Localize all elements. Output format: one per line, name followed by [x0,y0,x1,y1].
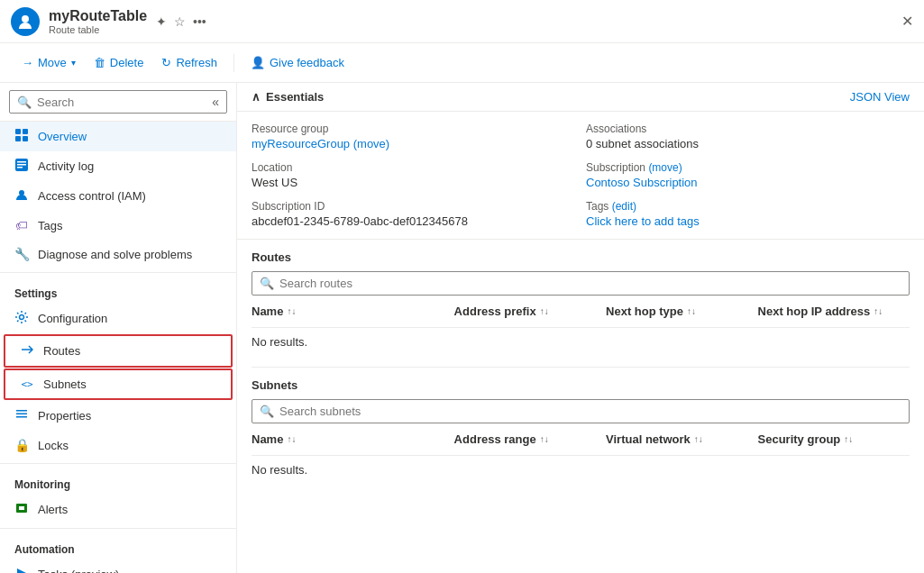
routes-search-icon: 🔍 [260,277,274,290]
sidebar: 🔍 « Overview Activity log [0,83,237,573]
subnets-search-input[interactable] [279,405,901,418]
subscription-link[interactable]: Contoso Subscription [586,176,910,189]
subnets-table: Name ↑↓ Address range ↑↓ Virtual network… [252,423,910,484]
locks-icon: 🔒 [14,438,29,452]
routes-search-input[interactable] [279,277,901,290]
resource-group-move: (move) [353,137,389,150]
routes-icon [20,343,34,359]
sort-icon-prefix[interactable]: ↑↓ [540,306,549,316]
svg-rect-2 [23,129,28,134]
give-feedback-button[interactable]: 👤 Give feedback [243,52,352,73]
delete-icon: 🗑 [94,56,105,69]
title-bar: myRouteTable Route table ✦ ☆ ••• ✕ [0,0,924,43]
routes-col-name: Name ↑↓ [252,301,454,322]
routes-table: Name ↑↓ Address prefix ↑↓ Next hop type … [252,296,910,356]
alerts-label: Alerts [38,503,68,516]
title-bar-text: myRouteTable Route table [49,8,147,35]
sidebar-item-access-control[interactable]: Access control (IAM) [0,181,236,211]
subnets-section: Subnets 🔍 Name ↑↓ Address range ↑↓ Vi [237,368,924,495]
tags-add-link[interactable]: Click here to add tags [586,214,910,228]
move-button[interactable]: → Move ▾ [14,52,83,73]
subnets-no-results: No results. [252,456,910,484]
resource-group-label: Resource group [252,123,575,135]
star-icon[interactable]: ☆ [174,14,186,29]
toolbar-divider [233,54,234,72]
move-icon: → [22,56,33,69]
tags-label: Tags (edit) [586,200,910,213]
search-input[interactable] [37,96,206,109]
essentials-subscription: Subscription (move) Contoso Subscription [586,161,910,189]
content-area: ∧ Essentials JSON View Resource group my… [237,83,924,573]
delete-button[interactable]: 🗑 Delete [87,52,151,73]
sidebar-item-overview[interactable]: Overview [0,122,236,151]
svg-rect-7 [17,164,26,166]
sort-icon-name[interactable]: ↑↓ [287,306,296,316]
subnets-sort-icon-name[interactable]: ↑↓ [287,434,296,444]
pin-icon[interactable]: ✦ [156,14,167,29]
svg-rect-13 [16,416,27,418]
more-icon[interactable]: ••• [193,14,206,29]
diagnose-label: Diagnose and solve problems [38,248,192,261]
svg-rect-4 [23,136,28,141]
tags-icon: 🏷 [14,218,29,232]
toolbar: → Move ▾ 🗑 Delete ↻ Refresh 👤 Give feedb… [0,43,924,83]
sidebar-item-configuration[interactable]: Configuration [0,304,236,333]
sidebar-item-diagnose[interactable]: 🔧 Diagnose and solve problems [0,240,236,268]
location-value: West US [252,176,575,189]
sidebar-item-routes[interactable]: Routes [4,334,233,368]
tasks-icon [14,567,29,573]
subnets-search-icon: 🔍 [260,405,274,418]
essentials-grid: Resource group myResourceGroup (move) As… [237,112,924,240]
refresh-icon: ↻ [161,56,171,69]
essentials-resource-group: Resource group myResourceGroup (move) [252,123,575,150]
sidebar-item-subnets[interactable]: <> Subnets [4,368,233,400]
sort-icon-hop-ip[interactable]: ↑↓ [874,306,883,316]
subnets-section-title: Subnets [252,378,910,392]
sidebar-item-properties[interactable]: Properties [0,401,236,431]
subscription-id-label: Subscription ID [252,200,575,213]
overview-label: Overview [38,130,87,143]
alerts-icon [14,502,29,517]
routes-col-address-prefix: Address prefix ↑↓ [454,301,606,322]
subnets-col-security-group: Security group ↑↓ [758,429,910,450]
close-button[interactable]: ✕ [901,13,913,30]
sidebar-item-tasks[interactable]: Tasks (preview) [0,559,236,573]
subscription-label: Subscription (move) [586,161,910,174]
routes-col-next-hop-ip: Next hop IP address ↑↓ [758,301,910,322]
sort-icon-hop-type[interactable]: ↑↓ [687,306,696,316]
sidebar-item-tags[interactable]: 🏷 Tags [0,211,236,240]
essentials-location: Location West US [252,161,575,189]
svg-rect-6 [17,161,26,163]
sidebar-item-activity-log[interactable]: Activity log [0,151,236,181]
routes-no-results: No results. [252,328,910,356]
svg-point-0 [22,15,29,23]
configuration-label: Configuration [38,312,107,325]
essentials-header: ∧ Essentials JSON View [237,83,924,112]
routes-col-next-hop-type: Next hop type ↑↓ [606,301,757,322]
tags-edit: (edit) [612,200,636,213]
subnets-sort-icon-vnet[interactable]: ↑↓ [694,434,703,444]
sidebar-item-alerts[interactable]: Alerts [0,495,236,524]
sidebar-item-locks[interactable]: 🔒 Locks [0,431,236,459]
subnets-col-address-range: Address range ↑↓ [454,429,606,450]
json-view-link[interactable]: JSON View [850,90,910,104]
resource-type: Route table [49,24,147,35]
properties-label: Properties [38,409,91,423]
subnets-sort-icon-sg[interactable]: ↑↓ [844,434,853,444]
subnets-sort-icon-range[interactable]: ↑↓ [540,434,549,444]
access-control-label: Access control (IAM) [38,189,146,203]
subnets-col-name: Name ↑↓ [252,429,454,450]
refresh-button[interactable]: ↻ Refresh [154,52,224,73]
routes-section: Routes 🔍 Name ↑↓ Address prefix ↑↓ Ne [237,240,924,367]
routes-table-header: Name ↑↓ Address prefix ↑↓ Next hop type … [252,296,910,328]
resource-name: myRouteTable [49,8,147,24]
location-label: Location [252,161,575,174]
automation-section-label: Automation [0,532,236,559]
essentials-associations: Associations 0 subnet associations [586,123,910,150]
routes-search-box: 🔍 [252,271,910,296]
svg-rect-12 [16,414,27,415]
collapse-icon[interactable]: « [212,95,219,109]
resource-group-link[interactable]: myResourceGroup [252,137,350,150]
avatar [11,7,40,36]
svg-point-10 [20,315,24,320]
